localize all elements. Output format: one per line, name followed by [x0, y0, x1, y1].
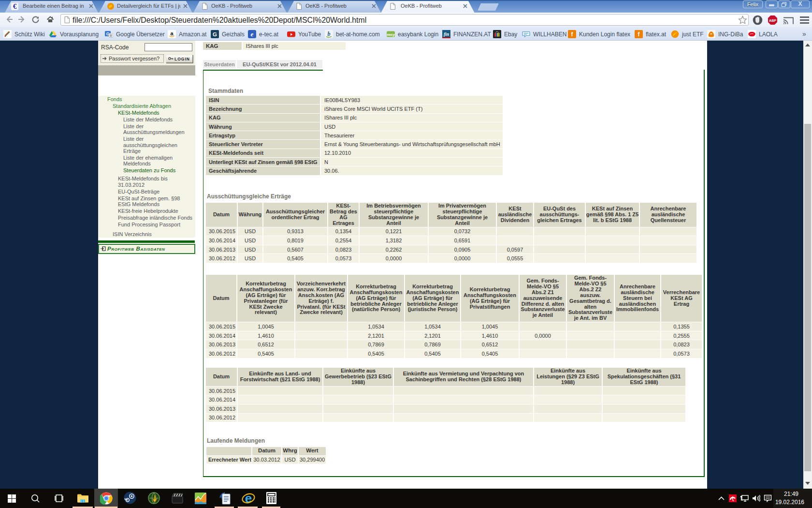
svg-text:ABP: ABP: [769, 19, 776, 22]
svg-text:easy: easy: [387, 32, 395, 37]
svg-text:b: b: [328, 30, 331, 37]
svg-text:文: 文: [109, 34, 113, 37]
svg-text:e: e: [251, 30, 254, 38]
svg-text:G: G: [213, 31, 217, 37]
svg-text:a: a: [170, 30, 174, 36]
svg-text:fin: fin: [444, 32, 449, 37]
